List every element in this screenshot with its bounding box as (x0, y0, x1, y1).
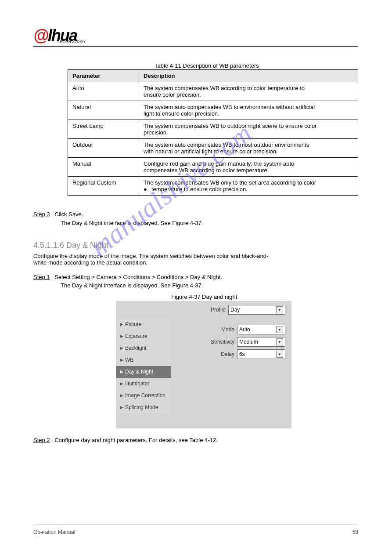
triangle-icon: ▶ (120, 381, 123, 386)
step-3-body: The Day & Night interface is displayed. … (61, 220, 203, 226)
step-1: Step 1 Select Setting > Camera > Conditi… (33, 274, 222, 280)
cell: Manual (68, 158, 139, 177)
cell: Regional Custom (68, 177, 139, 196)
sensitivity-label: Sensitivity (211, 339, 234, 345)
logo-subtitle: TECHNOLOGY (57, 40, 86, 44)
cell: The system compensates WB according to c… (139, 82, 358, 101)
table-row: ManualConfigure red gain and blue gain m… (68, 158, 358, 177)
triangle-icon: ▶ (120, 334, 123, 338)
panel-header-row: Profile Day▼ (116, 301, 291, 319)
section-intro: Configure the display mode of the image.… (33, 253, 358, 266)
step-2: Step 2 Configure day and night parameter… (33, 437, 218, 443)
header-rule (33, 46, 358, 47)
cell: Outdoor (68, 139, 139, 158)
cell: Natural (68, 101, 139, 120)
triangle-icon: ▶ (120, 405, 123, 410)
triangle-icon: ▶ (120, 370, 123, 374)
profile-label: Profile (211, 307, 226, 313)
page: @lhua TECHNOLOGY Table 4-11 Description … (0, 0, 392, 555)
section-heading: 4.5.1.1.6 Day & Night (33, 241, 108, 250)
chevron-down-icon: ▼ (276, 351, 283, 358)
sidebar-item-day-night[interactable]: ▶Day & Night (116, 366, 171, 378)
th-description: Description (139, 70, 358, 82)
cell: The system auto compensates WB to enviro… (139, 101, 358, 120)
settings-panel: Profile Day▼ ▶Picture ▶Exposure ▶Backlig… (116, 301, 291, 428)
sidebar-item-illuminator[interactable]: ▶Illuminator (116, 378, 171, 390)
triangle-icon: ▶ (120, 358, 123, 362)
footer: Operation Manual58 (33, 529, 358, 535)
chevron-down-icon: ▼ (276, 306, 283, 313)
logo-a: @ (33, 26, 48, 44)
mode-label: Mode (221, 326, 234, 333)
delay-select[interactable]: 6s▼ (237, 349, 285, 359)
chevron-down-icon: ▼ (276, 338, 283, 345)
th-parameter: Parameter (68, 70, 139, 82)
delay-label: Delay (221, 351, 234, 357)
panel-content: ▶Picture ▶Exposure ▶Backlight ▶WB ▶Day &… (116, 319, 291, 414)
cell: Configure red gain and blue gain manuall… (139, 158, 358, 177)
profile-select[interactable]: Day▼ (228, 305, 285, 315)
sidebar-item-exposure[interactable]: ▶Exposure (116, 330, 171, 342)
triangle-icon: ▶ (120, 322, 123, 326)
cell: Street Lamp (68, 120, 139, 139)
triangle-icon: ▶ (120, 346, 123, 350)
footer-right: 58 (352, 529, 358, 535)
fields-column: ModeAuto▼ SensitivityMedium▼ Delay6s▼ (171, 319, 291, 414)
sidebar: ▶Picture ▶Exposure ▶Backlight ▶WB ▶Day &… (116, 319, 171, 414)
sidebar-item-splicing-mode[interactable]: ▶Splicing Mode (116, 402, 171, 414)
mode-select[interactable]: Auto▼ (237, 325, 285, 334)
cell: The system compensates WB only to the se… (139, 177, 358, 196)
wb-params-table: Parameter Description AutoThe system com… (68, 69, 358, 196)
cell: The system compensates WB to outdoor nig… (139, 120, 358, 139)
table-caption: Table 4-11 Description of WB parameters (155, 62, 259, 69)
step-3: Step 3 Click Save. (33, 211, 83, 218)
table-row: AutoThe system compensates WB according … (68, 82, 358, 101)
table-row: OutdoorThe system auto compensates WB to… (68, 139, 358, 158)
sensitivity-select[interactable]: Medium▼ (237, 337, 285, 347)
triangle-icon: ▶ (120, 393, 123, 398)
cell: The system auto compensates WB to most o… (139, 139, 358, 158)
table-row: Street LampThe system compensates WB to … (68, 120, 358, 139)
table-row: NaturalThe system auto compensates WB to… (68, 101, 358, 120)
sidebar-item-picture[interactable]: ▶Picture (116, 319, 171, 330)
footer-rule (33, 525, 358, 525)
chevron-down-icon: ▼ (276, 326, 283, 333)
cell: Auto (68, 82, 139, 101)
sidebar-item-wb[interactable]: ▶WB (116, 354, 171, 366)
footer-left: Operation Manual (33, 529, 75, 535)
figure-caption: Figure 4-37 Day and night (171, 294, 237, 300)
step-1-body: The Day & Night interface is displayed. … (61, 282, 203, 289)
table-row: Regional CustomThe system compensates WB… (68, 177, 358, 196)
sidebar-item-image-correction[interactable]: ▶Image Correction (116, 390, 171, 402)
sidebar-item-backlight[interactable]: ▶Backlight (116, 342, 171, 354)
